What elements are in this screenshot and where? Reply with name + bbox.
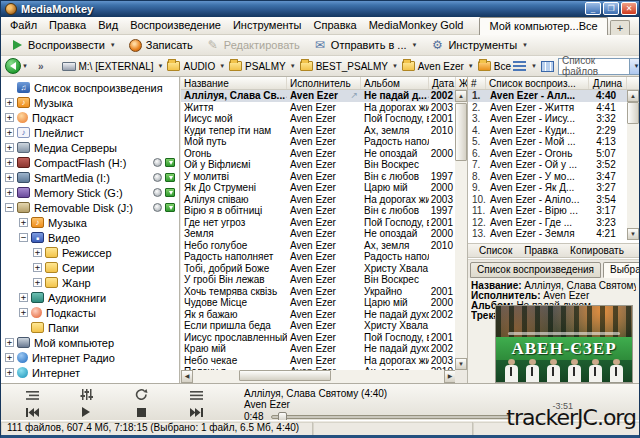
sidebar-item[interactable]: −Видео: [1, 230, 179, 245]
tree-expander[interactable]: +: [5, 113, 14, 122]
tree-expander[interactable]: −: [5, 203, 14, 212]
previous-track-button[interactable]: [23, 405, 41, 419]
list-item[interactable]: 3.Aven Ezer - Иису...3:32: [468, 113, 627, 125]
sidebar-item[interactable]: +Интернет: [1, 365, 179, 380]
table-row[interactable]: Мой путьAven EzerРадость наполн...: [181, 136, 456, 148]
tree-expander[interactable]: +: [5, 188, 14, 197]
tree-expander[interactable]: +: [33, 263, 42, 272]
tools-button[interactable]: Инструменты▼: [425, 37, 533, 53]
sync-icon[interactable]: [153, 188, 162, 197]
sidebar-item[interactable]: +SmartMedia (I:): [1, 170, 179, 185]
list-item[interactable]: 8.Aven Ezer - У мо...3:47: [468, 171, 627, 183]
menu-item[interactable]: Правка: [43, 17, 92, 34]
rip-button[interactable]: Записать: [124, 37, 198, 53]
sidebar-item[interactable]: +Папки: [1, 320, 179, 335]
table-row[interactable]: Радость наполняетAven EzerРадость наполн…: [181, 251, 456, 263]
toolbar-overflow-chevron[interactable]: »: [38, 61, 44, 72]
column-header[interactable]: #: [468, 77, 486, 89]
seek-bar[interactable]: [271, 415, 511, 419]
list-item[interactable]: 10.Aven Ezer - Аліло...3:54: [468, 194, 627, 206]
minimize-button[interactable]: _: [585, 2, 601, 15]
tree-expander[interactable]: +: [19, 293, 28, 302]
list-item[interactable]: 1.Aven Ezer - Алл...4:40: [468, 90, 627, 102]
table-row[interactable]: Аллілуя, Слава Св...↗Aven Ezer↗Не падай …: [181, 90, 456, 102]
scroll-down-icon[interactable]: ▼: [627, 228, 639, 240]
list-item[interactable]: 13.Aven Ezer - Земля4:21: [468, 228, 627, 240]
table-row[interactable]: Небо чекаеAven EzerНа дорогах життя2003: [181, 355, 456, 367]
play-button[interactable]: [77, 405, 95, 419]
column-header[interactable]: Жа: [456, 77, 467, 89]
tab-playlist[interactable]: Список воспроизведения: [470, 262, 601, 278]
sync-icon[interactable]: [153, 158, 162, 167]
tree-expander[interactable]: +: [5, 338, 14, 347]
breadcrumb-item[interactable]: M:\ [EXTERNAL]▼: [60, 60, 166, 73]
sidebar-item[interactable]: −Removable Disk (J:): [1, 200, 179, 215]
table-row[interactable]: Небо голубоеAven EzerАх, земля2010: [181, 240, 456, 252]
sidebar-item[interactable]: +CompactFlash (H:): [1, 155, 179, 170]
list-item[interactable]: 2.Aven Ezer - Життя4:41: [468, 102, 627, 114]
menu-item[interactable]: Файл: [4, 17, 43, 34]
sidebar-item[interactable]: +Мой компьютер: [1, 335, 179, 350]
scroll-thumb[interactable]: [627, 102, 639, 124]
scroll-thumb[interactable]: [239, 370, 331, 381]
eject-device-icon[interactable]: [165, 173, 175, 182]
tree-expander[interactable]: +: [5, 128, 14, 137]
play-button[interactable]: Воспроизвести▼: [5, 37, 121, 53]
sidebar-item[interactable]: +Подкасты: [1, 305, 179, 320]
table-row[interactable]: Тобі, добрий БожеAven EzerХристу Хвала: [181, 263, 456, 275]
now-playing-menu-item[interactable]: Правка: [518, 244, 564, 257]
breadcrumb-item[interactable]: Все: [476, 60, 513, 73]
column-header[interactable]: Список воспроиз...: [486, 77, 589, 89]
table-row[interactable]: У гробі Він лежавAven EzerВін Воскрес: [181, 274, 456, 286]
back-button[interactable]: [5, 58, 21, 74]
sync-icon[interactable]: [153, 203, 162, 212]
sidebar-item[interactable]: +Список воспроизведения: [1, 80, 179, 95]
list-item[interactable]: 6.Aven Ezer - Огонь5:07: [468, 148, 627, 160]
now-playing-menu-item[interactable]: Список: [473, 244, 518, 257]
menu-item[interactable]: Воспроизведение: [124, 17, 227, 34]
tree-expander[interactable]: +: [33, 278, 42, 287]
breadcrumb-item[interactable]: AUDIO▼: [165, 60, 227, 73]
list-item[interactable]: 7.Aven Ezer - Ой у ...3:52: [468, 159, 627, 171]
list-item[interactable]: 4.Aven Ezer - Куди...2:29: [468, 125, 627, 137]
list-item[interactable]: 11.Aven Ezer - Вірю ...3:17: [468, 205, 627, 217]
table-row[interactable]: Вірю я в обітниціAven EzerВін є любов199…: [181, 205, 456, 217]
tree-expander[interactable]: −: [19, 233, 28, 242]
table-row[interactable]: Куди тепер іти намAven EzerАх, земля2010: [181, 125, 456, 137]
table-row[interactable]: Если пришла бедаAven EzerХристу Хвала: [181, 320, 456, 332]
tree-expander[interactable]: +: [5, 368, 14, 377]
scroll-thumb[interactable]: [455, 103, 467, 161]
scroll-left-icon[interactable]: ◀: [181, 370, 193, 383]
document-tab[interactable]: Мой компьютер...Все: [479, 17, 607, 35]
sidebar-item[interactable]: +Аудиокниги: [1, 290, 179, 305]
list-item[interactable]: 12.Aven Ezer - Где ...3:23: [468, 217, 627, 229]
sidebar-item[interactable]: +Подкаст: [1, 110, 179, 125]
breadcrumb-item[interactable]: PSALMY▼: [227, 60, 298, 73]
eject-device-icon[interactable]: [165, 188, 175, 197]
scroll-up-icon[interactable]: ▲: [627, 90, 639, 102]
sidebar-item[interactable]: +Музыка: [1, 95, 179, 110]
tree-expander[interactable]: +: [5, 353, 14, 362]
sync-icon[interactable]: [153, 173, 162, 182]
list-item[interactable]: 9.Aven Ezer - Як Д...3:27: [468, 182, 627, 194]
list-item[interactable]: 5.Aven Ezer - Мой ...4:13: [468, 136, 627, 148]
file-list-combo[interactable]: Список файлов ▼: [558, 58, 640, 75]
repeat-icon[interactable]: [132, 387, 150, 401]
tree-expander[interactable]: +: [5, 173, 14, 182]
close-button[interactable]: ✕: [621, 2, 637, 15]
next-track-button[interactable]: [187, 405, 205, 419]
sidebar-item[interactable]: +Режиссер: [1, 245, 179, 260]
scroll-up-icon[interactable]: ▲: [455, 90, 467, 102]
table-row[interactable]: Як я бажаюAven EzerНе падай духом2002: [181, 309, 456, 321]
column-header[interactable]: Дата: [429, 77, 456, 89]
table-row[interactable]: Краю мійAven EzerНе падай духом2002: [181, 343, 456, 355]
scroll-down-icon[interactable]: ▼: [455, 358, 467, 370]
sidebar-item[interactable]: +Жанр: [1, 275, 179, 290]
table-row[interactable]: Хочь темрява сквізьAven EzerУкрайно2001: [181, 286, 456, 298]
stop-button[interactable]: [132, 405, 150, 419]
table-row[interactable]: ЗемляAven EzerНе опоздай2000: [181, 228, 456, 240]
tree-expander[interactable]: +: [19, 218, 28, 227]
menu-item[interactable]: MediaMonkey Gold: [363, 17, 470, 34]
table-row[interactable]: Иисус мойAven EzerПой Господу, вс...2001: [181, 113, 456, 125]
file-list-vscrollbar[interactable]: ▲ ▼: [455, 90, 467, 370]
